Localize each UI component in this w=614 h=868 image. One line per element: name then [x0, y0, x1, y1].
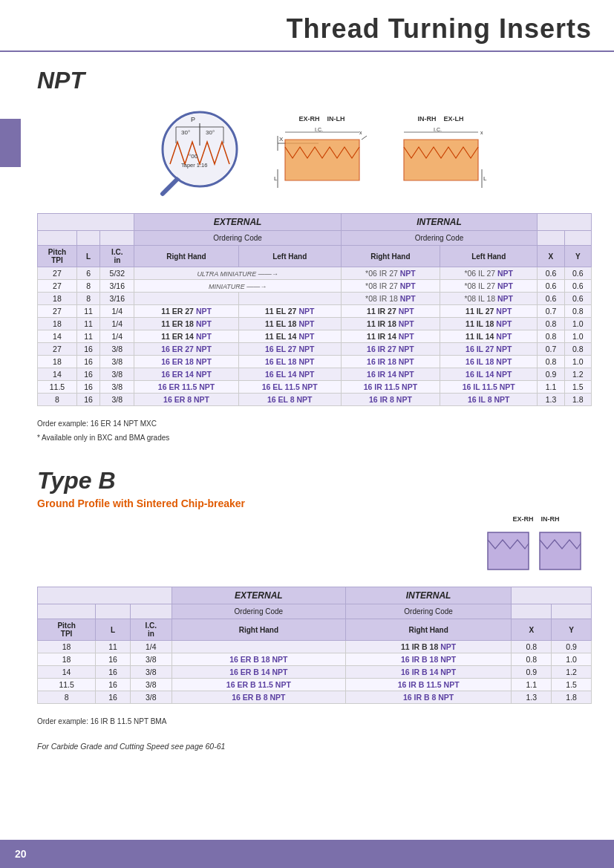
typeb-diagram-area: EX-RH IN-RH: [0, 515, 614, 587]
table-row: 27 16 3/8 16 ER 27 NPT 16 EL 27 NPT 16 I…: [38, 343, 592, 356]
ex-lh-label: EX-LH: [444, 115, 464, 123]
Y-cell: 1.0: [564, 318, 591, 330]
int-lh-cell: 16 IL 14 NPT: [440, 368, 538, 381]
int-lh-cell: *06 IL 27 NPT: [440, 267, 538, 280]
svg-text:I.C.: I.C.: [315, 127, 323, 132]
pitch-cell: 27: [38, 280, 77, 293]
table-row: 8 16 3/8 16 ER B 8 NPT 16 IR B 8 NPT 1.3…: [38, 691, 592, 704]
L-cell: 11: [96, 641, 131, 653]
pitch-cell: 18: [38, 641, 96, 653]
IC-cell: 3/8: [100, 356, 134, 368]
page-footer: 20: [0, 840, 614, 868]
insert-variants: EX-RH IN-LH L X I.C. x: [274, 115, 489, 192]
int-lh-cell: *08 IL 27 NPT: [440, 280, 538, 293]
col-X: X: [538, 246, 564, 267]
table-row: 27 6 5/32 ULTRA MINIATURE ——→ *06 IR 27 …: [38, 267, 592, 280]
table-row: 18 8 3/16 *08 IR 18 NPT *08 IL 18 NPT 0.…: [38, 293, 592, 305]
ext-rh-cell: ULTRA MINIATURE ——→: [134, 267, 341, 280]
pitch-cell: 18: [38, 653, 96, 666]
L-cell: 11: [76, 305, 99, 318]
L-cell: 8: [76, 280, 99, 293]
svg-text:X: X: [279, 136, 284, 143]
pitch-cell: 18: [38, 318, 77, 330]
int-lh-cell: 16 IL 18 NPT: [440, 356, 538, 368]
int-lh-cell: 11 IL 18 NPT: [440, 318, 538, 330]
X-cell: 0.9: [538, 368, 564, 381]
IC-cell: 1/4: [100, 330, 134, 343]
table-row: 14 11 1/4 11 ER 14 NPT 11 EL 14 NPT 11 I…: [38, 330, 592, 343]
L-cell: 16: [96, 653, 131, 666]
X-cell: 0.6: [538, 293, 564, 305]
svg-marker-22: [404, 140, 478, 180]
X-cell: 1.3: [512, 691, 552, 704]
ext-rh-cell: 11 ER 27 NPT: [134, 305, 238, 318]
typeb-col-X: X: [512, 619, 552, 641]
Y-cell: 0.9: [552, 641, 592, 653]
typeb-table: EXTERNAL INTERNAL Ordering Code Ordering…: [37, 587, 592, 704]
int-rh-cell: 11 IR 18 NPT: [341, 318, 440, 330]
ext-rh-cell: 16 ER 14 NPT: [134, 368, 238, 381]
IC-cell: 3/16: [100, 280, 134, 293]
ext-rh-cell: 16 ER B 14 NPT: [172, 666, 345, 679]
L-cell: 16: [76, 394, 99, 406]
side-tab: [0, 119, 21, 167]
table-row: 18 11 1/4 11 ER 18 NPT 11 EL 18 NPT 11 I…: [38, 318, 592, 330]
typeb-col-Y: Y: [552, 619, 592, 641]
table-row: 11.5 16 3/8 16 ER 11.5 NPT 16 EL 11.5 NP…: [38, 381, 592, 394]
ext-lh-cell: 16 EL 14 NPT: [238, 368, 341, 381]
in-lh-label: IN-LH: [327, 115, 345, 123]
table-row: 8 16 3/8 16 ER 8 NPT 16 EL 8 NPT 16 IR 8…: [38, 394, 592, 406]
ext-lh-cell: 11 EL 27 NPT: [238, 305, 341, 318]
ext-lh-cell: 11 EL 18 NPT: [238, 318, 341, 330]
svg-text:x: x: [480, 130, 483, 135]
ex-rh-group: EX-RH IN-LH L X I.C. x: [274, 115, 370, 192]
typeb-col-L: L: [96, 619, 131, 641]
pitch-cell: 8: [38, 394, 77, 406]
int-rh-cell: 11 IR 27 NPT: [341, 305, 440, 318]
X-cell: 0.9: [512, 666, 552, 679]
ext-lh-cell: 16 EL 8 NPT: [238, 394, 341, 406]
typeb-col-pitch: PitchTPI: [38, 619, 96, 641]
npt-order-example: Order example: 16 ER 14 NPT MXC: [0, 417, 614, 431]
IC-cell: 3/8: [100, 368, 134, 381]
svg-text:30°: 30°: [206, 129, 215, 136]
pitch-cell: 14: [38, 666, 96, 679]
pitch-cell: 18: [38, 293, 77, 305]
npt-section-title: NPT: [0, 59, 614, 97]
in-rh-label: IN-RH: [418, 115, 437, 123]
ext-rh-cell: MINIATURE ——→: [134, 280, 341, 293]
table-row: 18 11 1/4 11 IR B 18 NPT 0.8 0.9: [38, 641, 592, 653]
page-header: Thread Turning Inserts: [0, 0, 614, 52]
int-rh-cell: *08 IR 27 NPT: [341, 280, 440, 293]
IC-cell: 3/8: [100, 343, 134, 356]
L-cell: 16: [76, 343, 99, 356]
table-row: 18 16 3/8 16 ER B 18 NPT 16 IR B 18 NPT …: [38, 653, 592, 666]
Y-cell: 1.0: [564, 356, 591, 368]
col-Y: Y: [564, 246, 591, 267]
col-int-rh: Right Hand: [341, 246, 440, 267]
npt-table-wrapper: EXTERNAL INTERNAL Ordering Code Ordering…: [0, 213, 614, 411]
typeb-internal-header: INTERNAL: [345, 587, 512, 604]
pitch-cell: 11.5: [38, 381, 77, 394]
typeb-subtitle: Ground Profile with Sintered Chip-breake…: [0, 497, 614, 515]
table-row: 14 16 3/8 16 ER 14 NPT 16 EL 14 NPT 16 I…: [38, 368, 592, 381]
int-lh-cell: 11 IL 27 NPT: [440, 305, 538, 318]
svg-text:L: L: [274, 175, 278, 182]
col-IC: I.C.in: [100, 246, 134, 267]
pitch-cell: 27: [38, 343, 77, 356]
Y-cell: 0.6: [564, 280, 591, 293]
typeb-col-IC: I.C.in: [130, 619, 172, 641]
Y-cell: 1.2: [564, 368, 591, 381]
X-cell: 1.3: [538, 394, 564, 406]
X-cell: 0.7: [538, 343, 564, 356]
table-row: 18 16 3/8 16 ER 18 NPT 16 EL 18 NPT 16 I…: [38, 356, 592, 368]
L-cell: 16: [96, 666, 131, 679]
external-header: EXTERNAL: [134, 214, 341, 231]
ext-rh-cell: 11 ER 18 NPT: [134, 318, 238, 330]
ext-rh-cell: 16 ER 11.5 NPT: [134, 381, 238, 394]
svg-text:x: x: [359, 130, 362, 135]
table-row: 11.5 16 3/8 16 ER B 11.5 NPT 16 IR B 11.…: [38, 679, 592, 691]
pitch-cell: 27: [38, 267, 77, 280]
Y-cell: 1.0: [552, 653, 592, 666]
L-cell: 16: [76, 356, 99, 368]
